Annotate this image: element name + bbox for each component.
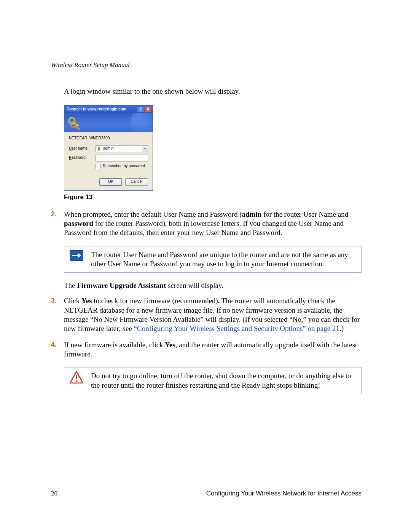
cross-reference-link[interactable]: “Configuring Your Wireless Settings and … bbox=[134, 324, 339, 332]
page-number: 20 bbox=[51, 489, 57, 498]
username-value: admin bbox=[103, 146, 113, 151]
intro-paragraph: A login window similar to the one shown … bbox=[64, 87, 362, 96]
ok-button[interactable]: OK bbox=[99, 178, 122, 186]
warning-text: Do not try to go online, turn off the ro… bbox=[91, 371, 356, 390]
note-text: The router User Name and Password are un… bbox=[91, 250, 356, 269]
username-field[interactable]: admin bbox=[96, 145, 148, 152]
dialog-banner bbox=[64, 113, 153, 132]
warning-icon bbox=[70, 371, 83, 383]
username-row: User name: admin bbox=[69, 145, 148, 152]
step-4: 4. If new firmware is available, click Y… bbox=[51, 340, 362, 359]
dialog-body: NETGEAR_WNDR3300 User name: admin Passwo… bbox=[64, 132, 153, 190]
step-number: 4. bbox=[51, 340, 57, 349]
globe-icon bbox=[131, 113, 153, 132]
step-number: 2. bbox=[51, 210, 57, 219]
step-2: 2. When prompted, enter the default User… bbox=[51, 210, 362, 238]
login-dialog-figure: Connect to www.routerlogin.com ? X NETGE… bbox=[64, 105, 153, 191]
user-key-icon bbox=[97, 147, 102, 151]
figure-caption: Figure 13 bbox=[64, 193, 362, 201]
section-title: Configuring Your Wireless Network for In… bbox=[206, 489, 362, 498]
svg-point-4 bbox=[98, 147, 100, 149]
password-row: Password: bbox=[69, 155, 148, 161]
step-number: 3. bbox=[51, 296, 57, 305]
warning-callout: Do not try to go online, turn off the ro… bbox=[64, 367, 362, 394]
password-label: Password: bbox=[69, 155, 96, 160]
step-text: When prompted, enter the default User Na… bbox=[64, 210, 348, 237]
remember-label: Remember my password bbox=[103, 164, 145, 169]
step-text: If new firmware is available, click Yes,… bbox=[64, 341, 357, 358]
close-icon[interactable]: X bbox=[145, 106, 151, 112]
dialog-title: Connect to www.routerlogin.com bbox=[67, 107, 126, 112]
firmware-paragraph: The Firmware Upgrade Assistant screen wi… bbox=[64, 281, 362, 290]
document-page: Wireless Router Setup Manual A login win… bbox=[0, 0, 411, 532]
svg-point-7 bbox=[76, 380, 78, 382]
username-label: User name: bbox=[69, 146, 96, 151]
step-text: Click Yes to check for new firmware (rec… bbox=[64, 297, 360, 332]
svg-rect-3 bbox=[74, 125, 80, 130]
svg-rect-6 bbox=[76, 375, 77, 379]
remember-checkbox[interactable] bbox=[96, 164, 101, 169]
keys-icon bbox=[67, 115, 83, 131]
server-name-label: NETGEAR_WNDR3300 bbox=[69, 136, 148, 141]
password-field[interactable] bbox=[96, 155, 148, 161]
note-callout: The router User Name and Password are un… bbox=[64, 246, 362, 273]
dialog-button-row: OK Cancel bbox=[69, 178, 148, 186]
cancel-button[interactable]: Cancel bbox=[125, 178, 148, 186]
running-header: Wireless Router Setup Manual bbox=[51, 61, 362, 69]
step-3: 3. Click Yes to check for new firmware (… bbox=[51, 296, 362, 333]
chevron-down-icon[interactable] bbox=[144, 148, 146, 149]
dialog-titlebar: Connect to www.routerlogin.com ? X bbox=[64, 105, 153, 113]
page-footer: 20 Configuring Your Wireless Network for… bbox=[51, 489, 362, 498]
remember-row: Remember my password bbox=[96, 164, 148, 169]
arrow-right-icon bbox=[70, 250, 83, 261]
help-icon[interactable]: ? bbox=[137, 106, 144, 112]
